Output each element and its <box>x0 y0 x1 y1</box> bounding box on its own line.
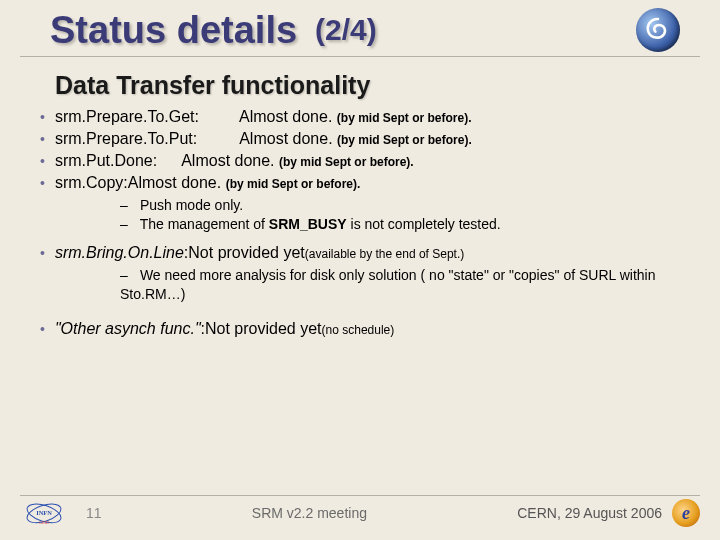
svg-text:GRID: GRID <box>39 519 49 524</box>
footer-right: CERN, 29 August 2006 e <box>517 499 700 527</box>
colon: : <box>193 130 197 148</box>
fn-name: srm.Bring.On.Line <box>55 244 184 262</box>
title-bar: Status details (2/4) <box>0 0 720 52</box>
status-text: Almost done. <box>128 174 221 192</box>
status-text: Not provided yet <box>205 320 322 338</box>
bullet-icon: • <box>40 109 45 125</box>
section-subtitle: Data Transfer functionality <box>55 71 720 100</box>
svg-text:INFN: INFN <box>36 509 52 516</box>
status-text: Almost done. <box>239 130 332 148</box>
colon: : <box>195 108 199 126</box>
bullet-icon: • <box>40 131 45 147</box>
bullet-icon: • <box>40 153 45 169</box>
status-note: (by mid Sept or before). <box>279 155 414 169</box>
infn-logo-icon: INFN GRID <box>20 498 68 528</box>
slide: Status details (2/4) Data Transfer funct… <box>0 0 720 540</box>
colon: : <box>153 152 157 170</box>
egee-logo-icon: e <box>672 499 700 527</box>
dash-icon: – <box>120 196 136 215</box>
footer-center: SRM v2.2 meeting <box>102 505 518 521</box>
item-putdone: • srm.Put.Done : Almost done. (by mid Se… <box>40 152 690 170</box>
item-get: • srm.Prepare.To.Get: Almost done. (by m… <box>40 108 690 126</box>
item-copy: • srm.Copy : Almost done. (by mid Sept o… <box>40 174 690 192</box>
status-note: (by mid Sept or before). <box>226 177 361 191</box>
page-number: 11 <box>86 505 102 521</box>
footer-left: INFN GRID 11 <box>20 498 102 528</box>
dash-icon: – <box>120 215 136 234</box>
title-divider <box>20 56 700 57</box>
footer-location-date: CERN, 29 August 2006 <box>517 505 662 521</box>
bol-sub1: – We need more analysis for disk only so… <box>120 266 690 304</box>
copy-sub2: – The management of SRM_BUSY is not comp… <box>120 215 690 234</box>
fn-name: "Other asynch func." <box>55 320 201 338</box>
fn-name: srm.Copy <box>55 174 123 192</box>
status-note: (by mid Sept or before). <box>337 133 472 147</box>
status-note: (by mid Sept or before). <box>337 111 472 125</box>
sub-text-c: is not completely tested. <box>347 216 501 232</box>
status-text: Not provided yet <box>188 244 305 262</box>
sub-text-b: SRM_BUSY <box>269 216 347 232</box>
bullet-icon: • <box>40 245 45 261</box>
sub-text-a: The management of <box>140 216 269 232</box>
status-text: Almost done. <box>181 152 274 170</box>
slide-page-indicator: (2/4) <box>315 13 377 47</box>
fn-name: srm.Put.Done <box>55 152 153 170</box>
sub-text: Push mode only. <box>140 197 243 213</box>
footer-divider <box>20 495 700 496</box>
bullet-icon: • <box>40 175 45 191</box>
sub-text: We need more analysis for disk only solu… <box>120 267 655 302</box>
fn-name: srm.Prepare.To.Get <box>55 108 195 126</box>
content-area: • srm.Prepare.To.Get: Almost done. (by m… <box>0 108 720 338</box>
bullet-icon: • <box>40 321 45 337</box>
footer: INFN GRID 11 SRM v2.2 meeting CERN, 29 A… <box>0 498 720 528</box>
slide-title: Status details <box>50 9 297 52</box>
item-put: • srm.Prepare.To.Put: Almost done. (by m… <box>40 130 690 148</box>
copy-sub1: – Push mode only. <box>120 196 690 215</box>
fn-name: srm.Prepare.To.Put <box>55 130 193 148</box>
status-note: (available by the end of Sept.) <box>305 247 464 261</box>
item-bringonline: • srm.Bring.On.Line : Not provided yet (… <box>40 244 690 262</box>
status-note: (no schedule) <box>322 323 395 337</box>
item-other: • "Other asynch func." : Not provided ye… <box>40 320 690 338</box>
swirl-logo-icon <box>636 8 680 52</box>
dash-icon: – <box>120 266 136 285</box>
status-text: Almost done. <box>239 108 332 126</box>
